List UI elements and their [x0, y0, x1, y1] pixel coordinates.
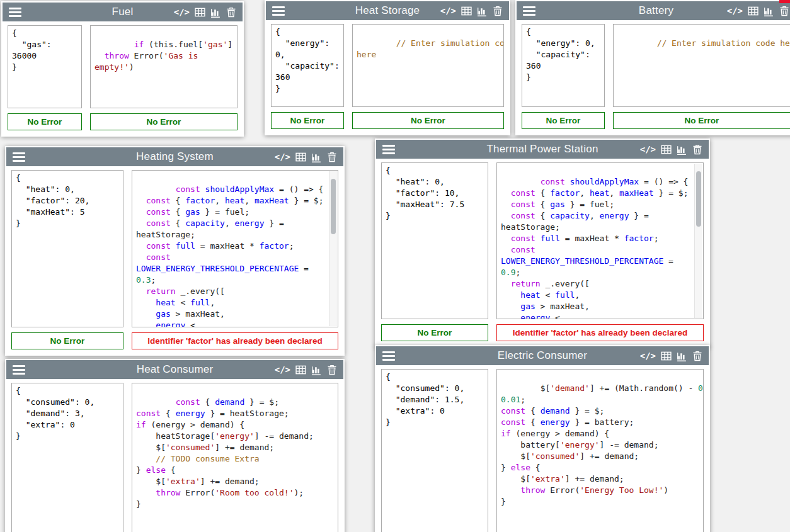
code-editor[interactable]: const shouldApplyMax = () => { const { f… [496, 162, 704, 319]
table-icon[interactable] [748, 6, 759, 16]
chart-icon[interactable] [311, 365, 322, 375]
menu-icon[interactable] [13, 365, 25, 375]
state-status: No Error [8, 113, 82, 130]
state-editor[interactable]: { "energy": 0, "capacity": 360 } [522, 24, 605, 107]
code-icon[interactable]: </> [275, 365, 290, 374]
component-card: Heat Consumer </> { "consumed": 0, "dema… [5, 359, 345, 532]
editors-row: { "energy": 0, "capacity": 360 } // Ente… [522, 24, 790, 107]
menu-icon[interactable] [9, 8, 21, 17]
header-toolbar: </> [440, 6, 503, 16]
code-text: if (this.fuel['gas'] <= 0) throw Error('… [94, 40, 238, 72]
code-status: Identifier 'factor' has already been dec… [496, 324, 704, 341]
component-card: Fuel </> { "gas": 36000 } if (this.fuel[… [1, 1, 244, 137]
scrollbar-thumb[interactable] [331, 179, 336, 234]
trash-icon[interactable] [493, 6, 503, 16]
card-header[interactable]: Heat Consumer </> [6, 360, 343, 379]
state-editor[interactable]: { "consumed": 0, "demand": 1.5, "extra":… [381, 369, 488, 532]
code-text: // Enter simulation code here [657, 38, 790, 48]
code-icon[interactable]: </> [640, 351, 656, 360]
code-editor[interactable]: $['demand'] += (Math.random() - 0.5) * 0… [496, 369, 704, 532]
state-editor[interactable]: { "consumed": 0, "demand": 3, "extra": 0… [11, 383, 123, 532]
code-scrollbar[interactable] [694, 164, 702, 318]
chart-icon[interactable] [311, 152, 322, 162]
code-text: $['demand'] += (Math.random() - 0.5) * 0… [501, 383, 704, 506]
menu-icon[interactable] [272, 6, 285, 16]
code-editor[interactable]: const { demand } = $; const { energy } =… [132, 383, 338, 532]
component-card: Thermal Power Station </> { "heat": 0, "… [375, 139, 710, 348]
chart-icon[interactable] [677, 351, 687, 361]
status-row: No Error No Error [522, 112, 790, 129]
code-scrollbar[interactable] [329, 171, 337, 326]
code-icon[interactable]: </> [174, 8, 190, 16]
header-toolbar: </> [275, 152, 337, 162]
code-icon[interactable]: </> [640, 145, 656, 154]
card-header[interactable]: Heat Storage </> [266, 1, 509, 20]
state-editor[interactable]: { "energy": 0, "capacity": 360 } [271, 24, 344, 107]
status-row: No Error No Error [8, 113, 238, 130]
editors-row: { "gas": 36000 } if (this.fuel['gas'] <=… [8, 25, 238, 108]
menu-icon[interactable] [382, 145, 395, 154]
table-icon[interactable] [295, 152, 306, 162]
card-header[interactable]: Heating System </> [6, 147, 343, 166]
table-icon[interactable] [461, 6, 472, 16]
trash-icon[interactable] [779, 6, 789, 16]
component-card: Battery </> { "energy": 0, "capacity": 3… [515, 0, 790, 135]
table-icon[interactable] [661, 144, 672, 155]
card-header[interactable]: Fuel </> [3, 3, 243, 21]
card-header[interactable]: Thermal Power Station </> [376, 140, 709, 159]
state-editor[interactable]: { "heat": 0, "factor": 20, "maxHeat": 5 … [11, 170, 123, 327]
menu-icon[interactable] [523, 6, 535, 16]
chart-icon[interactable] [677, 144, 687, 155]
editors-row: { "energy": 0, "capacity": 360 } // Ente… [271, 24, 504, 107]
state-status: No Error [522, 112, 605, 129]
code-status: Identifier 'factor' has already been dec… [132, 332, 338, 349]
chart-icon[interactable] [764, 6, 774, 16]
status-row: No Error Identifier 'factor' has already… [11, 332, 338, 349]
state-editor[interactable]: { "gas": 36000 } [8, 25, 82, 108]
code-text: const shouldApplyMax = () => { const { f… [136, 184, 323, 327]
code-text: // Enter simulation code here [357, 38, 504, 59]
table-icon[interactable] [295, 365, 306, 375]
card-header[interactable]: Battery </> [517, 1, 790, 20]
code-editor[interactable]: // Enter simulation code here [352, 24, 504, 107]
chart-icon[interactable] [477, 6, 488, 16]
simulation-board-page: { "colors": { "header_bar": "#75828b", "… [0, 0, 790, 532]
header-toolbar: </> [174, 7, 236, 18]
code-status: No Error [613, 112, 790, 129]
state-editor[interactable]: { "heat": 0, "factor": 10, "maxHeat": 7.… [381, 162, 488, 319]
table-icon[interactable] [195, 7, 205, 18]
chart-icon[interactable] [210, 7, 221, 18]
header-toolbar: </> [640, 351, 702, 361]
code-icon[interactable]: </> [727, 6, 743, 15]
status-row: No Error Identifier 'factor' has already… [381, 324, 704, 341]
editors-row: { "consumed": 0, "demand": 1.5, "extra":… [381, 369, 704, 532]
trash-icon[interactable] [226, 7, 236, 18]
code-icon[interactable]: </> [275, 152, 290, 161]
trash-icon[interactable] [327, 365, 337, 375]
scrollbar-thumb[interactable] [696, 171, 701, 227]
code-status: No Error [352, 112, 504, 129]
component-card: Electric Consumer </> { "consumed": 0, "… [375, 345, 710, 532]
code-editor[interactable]: if (this.fuel['gas'] <= 0) throw Error('… [90, 25, 238, 108]
code-editor[interactable]: const shouldApplyMax = () => { const { f… [132, 170, 338, 327]
header-toolbar: </> [275, 365, 337, 375]
code-status: No Error [90, 113, 238, 130]
code-editor[interactable]: // Enter simulation code here [613, 24, 790, 107]
component-card: Heating System </> { "heat": 0, "factor"… [5, 146, 345, 356]
state-status: No Error [271, 112, 344, 129]
header-toolbar: </> [640, 144, 702, 155]
table-icon[interactable] [661, 351, 672, 361]
window-corner-fragment [779, 0, 790, 3]
editors-row: { "heat": 0, "factor": 10, "maxHeat": 7.… [381, 162, 704, 319]
editors-row: { "consumed": 0, "demand": 3, "extra": 0… [11, 383, 338, 532]
code-text: const { demand } = $; const { energy } =… [136, 397, 314, 509]
code-text: const shouldApplyMax = () => { const { f… [501, 177, 688, 319]
card-header[interactable]: Electric Consumer </> [376, 346, 709, 365]
menu-icon[interactable] [13, 152, 25, 162]
component-card: Heat Storage </> { "energy": 0, "capacit… [265, 0, 510, 135]
code-icon[interactable]: </> [440, 6, 456, 15]
trash-icon[interactable] [327, 152, 337, 162]
trash-icon[interactable] [692, 144, 702, 155]
trash-icon[interactable] [692, 351, 702, 361]
menu-icon[interactable] [382, 351, 395, 361]
